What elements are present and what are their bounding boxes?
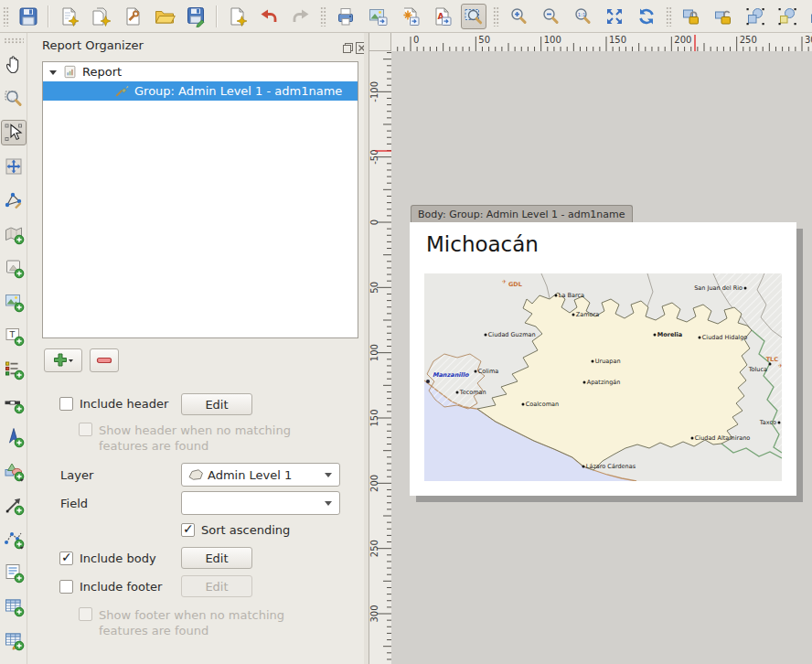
report-map-item[interactable]: La BarcaZamoraCiudad GuzmanMoreliaCiudad… [424,273,782,481]
redo-button[interactable] [288,4,314,29]
include-body-checkbox[interactable] [59,552,73,565]
map-city-dot [582,466,585,468]
map-city-dot [522,403,525,406]
duplicate-report-button[interactable] [88,4,113,29]
add-shape-button[interactable] [1,458,27,484]
layout-canvas[interactable]: Body: Group: Admin Level 1 - adm1name Mi… [391,51,812,664]
new-report-icon [58,5,80,27]
select-items-button[interactable] [743,4,768,29]
toolbar-drag-handle[interactable] [4,37,24,44]
zoom-out-button[interactable] [538,4,563,29]
tree-row-group[interactable]: Group: Admin Level 1 - adm1name [43,81,358,101]
toolbar-drag-handle[interactable] [320,6,326,27]
select-move-button[interactable] [1,120,27,145]
save-icon [17,5,39,27]
edit-footer-button[interactable]: Edit [181,575,252,597]
export-image-button[interactable] [365,4,390,29]
field-combobox[interactable] [181,491,340,515]
edit-header-button[interactable]: Edit [181,393,252,415]
svg-text:200: 200 [674,35,691,45]
edit-body-button[interactable]: Edit [181,547,252,569]
zoom-actual-icon: 1:1 [572,5,593,27]
toolbar-separator [216,5,218,27]
unlock-items-button[interactable] [710,4,736,29]
refresh-icon [636,5,657,27]
show-header-checkbox [79,423,92,436]
report-properties-button[interactable] [120,4,145,29]
add-section-button[interactable] [44,348,82,372]
add-fixed-table-button[interactable] [1,627,27,653]
include-footer-checkbox[interactable] [59,580,73,594]
svg-text:T: T [8,329,15,339]
toolbar-drag-handle[interactable] [666,6,672,27]
map-city-label: Zamora [576,311,599,318]
layer-combobox[interactable]: Admin Level 1 [181,463,340,487]
map-city-dot [583,381,586,384]
panel-float-icon[interactable] [342,40,354,52]
map-city-label: La Barca [559,292,584,299]
horizontal-ruler[interactable]: 050100150200250300 [391,33,812,51]
field-label: Field [60,497,88,510]
add-icon [51,351,75,369]
include-header-checkbox[interactable] [59,397,73,411]
add-3d-map-button[interactable] [1,255,27,281]
undo-button[interactable] [256,4,282,29]
toolbar-drag-handle[interactable] [493,6,499,27]
vertical-ruler[interactable]: -100-50050100150200250300 [369,51,391,664]
report-icon [62,64,78,80]
tree-row-report[interactable]: Report [43,62,358,81]
print-icon [335,5,357,27]
add-nodes-item-button[interactable] [1,526,27,552]
lock-items-button[interactable] [678,4,704,29]
redo-icon [290,5,312,27]
pan-button[interactable] [1,52,27,78]
add-label-button[interactable]: T [1,323,27,348]
export-pdf-button[interactable]: A [429,4,454,29]
zoom-actual-button[interactable]: 1:1 [570,4,595,29]
add-map-button[interactable] [1,221,27,247]
raise-items-button[interactable] [807,4,812,29]
zoom-in-button[interactable] [506,4,531,29]
expander-icon[interactable] [48,67,59,78]
add-attribute-table-button[interactable] [1,594,27,619]
show-footer-note: Show footer when no matching features ar… [99,607,326,638]
export-image-icon [367,5,389,27]
map-city-label: Lázaro Cárdenas [586,463,636,470]
svg-text:250: 250 [369,540,379,557]
layer-label: Layer [60,468,93,482]
refresh-button[interactable] [634,4,659,29]
save-button[interactable] [16,4,41,29]
zoom-full-button[interactable] [602,4,627,29]
add-label-icon: T [3,325,25,347]
zoom-button[interactable] [1,86,27,112]
new-report-button[interactable] [56,4,81,29]
remove-section-button[interactable] [90,348,119,372]
add-html-button[interactable] [1,560,27,585]
add-north-arrow-button[interactable] [1,424,27,450]
open-report-button[interactable] [152,4,177,29]
include-body-label: Include body [80,552,156,565]
add-picture-button[interactable] [1,289,27,315]
export-svg-button[interactable] [397,4,422,29]
edit-nodes-button[interactable] [1,187,27,213]
add-arrow-button[interactable] [1,492,27,518]
invert-selection-button[interactable] [775,4,800,29]
move-content-button[interactable] [1,154,27,179]
add-legend-button[interactable] [1,357,27,382]
map-port-label: Manzanillo [433,371,469,379]
add-map-icon [3,223,25,245]
add-scalebar-button[interactable] [1,391,27,416]
show-header-note: Show header when no matching features ar… [99,423,326,454]
select-items-icon [744,5,766,27]
dropdown-arrow-icon [325,501,332,506]
save-as-button[interactable] [184,4,209,29]
print-button[interactable] [333,4,358,29]
zoom-tool-icon [463,5,485,27]
report-page[interactable]: Michoacán La BarcaZamoraCiudad GuzmanMor… [410,222,796,496]
toolbar-drag-handle[interactable] [3,6,9,27]
new-page-button[interactable] [224,4,250,29]
svg-text:100: 100 [369,344,379,361]
zoom-tool-button[interactable] [461,4,486,29]
report-tree: Report Group: Admin Level 1 - adm1name [42,61,358,338]
sort-ascending-checkbox[interactable] [181,523,195,537]
